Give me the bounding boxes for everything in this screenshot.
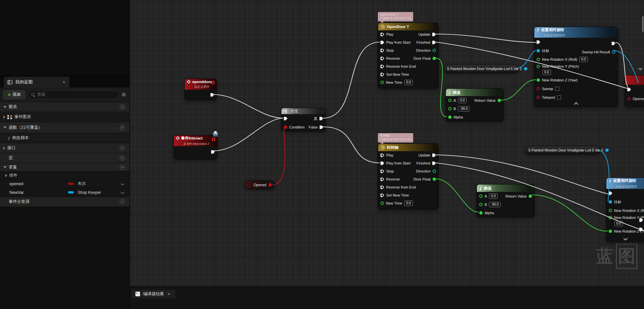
timeline-node-shijianzhou[interactable]: 时间轴 Play Play from Start Stop Reverse Re… [378, 143, 439, 209]
variable-row-opened[interactable]: opened 布尔 [0, 180, 129, 188]
add-dispatcher-icon[interactable]: + [120, 199, 125, 204]
lerp-alpha-pin[interactable] [448, 115, 452, 119]
custom-event-node-openddoor[interactable]: openddoor 自定义事件 [184, 79, 217, 100]
variable-getter-opened[interactable]: Opened [244, 181, 275, 189]
gear-icon[interactable]: ⚙ [122, 92, 126, 97]
play-from-start-pin[interactable] [381, 162, 384, 165]
add-button[interactable]: + 添加 [3, 90, 25, 99]
direction-pin[interactable] [433, 170, 436, 173]
exec-in-pin[interactable] [284, 117, 287, 120]
new-rotation-x-pin[interactable] [537, 58, 540, 61]
target-pin[interactable] [609, 200, 612, 204]
add-graph-icon[interactable]: + [120, 104, 125, 109]
expander-right-icon[interactable] [3, 115, 5, 119]
search-input[interactable]: 搜索 [28, 90, 119, 99]
expander-right-icon[interactable] [3, 146, 5, 150]
sidebar-section-macros[interactable]: 宏 + [0, 153, 129, 163]
set-new-time-pin[interactable] [381, 194, 384, 197]
add-function-icon[interactable]: + [120, 125, 125, 130]
tab-close-icon[interactable]: × [62, 80, 66, 84]
direction-pin[interactable] [433, 49, 436, 52]
reverse-from-end-pin[interactable] [381, 65, 384, 68]
delegate-pin[interactable] [211, 81, 214, 84]
lerp-alpha-pin[interactable] [479, 211, 483, 215]
variable-row-newvar[interactable]: NewVar Shop Keeper [0, 188, 129, 197]
stop-pin[interactable] [381, 170, 384, 173]
door-float-pin[interactable] [433, 57, 436, 60]
lerp-a-pin[interactable] [448, 99, 452, 102]
exec-in-pin[interactable] [537, 40, 540, 44]
eye-closed-icon[interactable] [120, 191, 125, 194]
sidebar-item-components[interactable]: 组件 [0, 172, 129, 180]
sidebar-item-event-graph[interactable]: 事件图表 [0, 112, 129, 122]
lerp-node[interactable]: ƒ 插值 A 0.0 B -90.0 Alpha Return Value [446, 88, 504, 121]
set-opened-node-clipped[interactable]: Opened [625, 75, 644, 107]
lerp-node[interactable]: ƒ 插值 A 0.0 B -90.0 Alpha Return Value [477, 184, 535, 217]
event-node-interact[interactable]: 事件Interact 从 BPI Interaction 2 [173, 135, 217, 159]
exec-out-pin[interactable] [211, 150, 215, 154]
set-relative-rotation-node[interactable]: ƒ 设置相对旋转 目标是场景组件 目标 New Rotation X (Roll… [534, 27, 618, 107]
add-variable-icon[interactable]: + [120, 165, 125, 170]
update-pin[interactable] [432, 33, 436, 36]
eye-closed-icon[interactable] [120, 183, 125, 185]
lerp-b-value[interactable]: -90.0 [458, 106, 470, 111]
expander-right-icon[interactable] [5, 174, 7, 177]
false-exec-pin[interactable] [319, 125, 323, 129]
teleport-pin[interactable] [537, 96, 540, 99]
sidebar-section-variables[interactable]: 变量 + [0, 163, 129, 172]
door-component-getter[interactable]: S Painted Wooden Door Vmqifgedw Lod 5 Va… [525, 146, 600, 154]
new-time-value[interactable]: 0.0 [404, 201, 413, 206]
tab-close-icon[interactable]: × [167, 292, 171, 296]
lerp-a-value[interactable]: 0.0 [489, 194, 498, 199]
exec-in-pin[interactable] [609, 192, 612, 195]
lerp-a-value[interactable]: 0.0 [458, 98, 467, 103]
opened-bool-pin[interactable] [627, 97, 631, 100]
timeline-node-opendoor-t[interactable]: OpenDoor T Play Play from Start Stop Rev… [378, 23, 439, 88]
lerp-b-pin[interactable] [479, 203, 483, 206]
finished-pin[interactable] [432, 41, 436, 44]
play-from-start-pin[interactable] [381, 41, 384, 44]
set-new-time-pin[interactable] [381, 73, 384, 76]
sidebar-section-dispatchers[interactable]: 事件分发器 + [0, 197, 129, 207]
play-pin[interactable] [381, 33, 384, 36]
rotation-y-value[interactable]: 0.0 [614, 221, 623, 226]
door-float-pin[interactable] [433, 178, 436, 181]
teleport-checkbox[interactable] [557, 95, 561, 99]
true-exec-pin[interactable] [319, 117, 323, 120]
bool-out-pin[interactable] [268, 183, 272, 187]
lerp-a-pin[interactable] [479, 195, 483, 198]
set-relative-rotation-node[interactable]: ƒ 设置相对旋转 目标是场景组件 目标 New Rotation X (Roll… [606, 178, 644, 242]
expander-down-icon[interactable] [3, 166, 7, 168]
collapse-chevron-icon[interactable] [574, 102, 578, 106]
new-time-pin[interactable] [381, 81, 384, 84]
branch-node[interactable]: 分支 真 Condition False [281, 108, 326, 131]
event-graph-canvas[interactable]: Open Door T 已暂停 @ 0.00 s (0.0 %) 时间轴 已暂停… [130, 0, 644, 309]
sidebar-section-interface[interactable]: 接口 + [0, 143, 129, 153]
condition-pin[interactable] [284, 125, 287, 129]
new-rotation-y-pin[interactable] [537, 65, 540, 68]
sweep-checkbox[interactable] [555, 87, 559, 91]
new-time-pin[interactable] [381, 202, 384, 205]
exec-out-pin[interactable] [210, 93, 214, 97]
add-macro-icon[interactable]: + [120, 156, 125, 161]
sidebar-item-construction-script[interactable]: ƒ 构造脚本 [0, 133, 129, 143]
target-pin[interactable] [537, 49, 540, 52]
lerp-b-pin[interactable] [448, 107, 452, 110]
sidebar-section-graphs[interactable]: 图表 + [0, 102, 129, 112]
play-pin[interactable] [381, 153, 384, 157]
reverse-pin[interactable] [381, 178, 384, 181]
object-out-pin[interactable] [524, 67, 527, 70]
sidebar-section-functions[interactable]: 函数（21可覆盖） + [0, 122, 129, 133]
add-interface-icon[interactable]: + [120, 145, 125, 150]
expand-chevron-icon[interactable] [623, 236, 628, 241]
expander-down-icon[interactable] [3, 106, 7, 108]
lerp-b-value[interactable]: -90.0 [489, 202, 501, 207]
expander-down-icon[interactable] [3, 126, 7, 128]
new-time-value[interactable]: 0.0 [404, 80, 413, 85]
sweep-hit-result-pin[interactable] [612, 50, 615, 54]
graph-vertical-scrollbar[interactable] [642, 16, 644, 32]
return-value-pin[interactable] [498, 99, 501, 102]
rotation-y-value[interactable]: 0.0 [542, 70, 551, 75]
new-rotation-y-pin[interactable] [609, 216, 612, 219]
tab-my-blueprint[interactable]: 我的蓝图 × [4, 77, 69, 87]
